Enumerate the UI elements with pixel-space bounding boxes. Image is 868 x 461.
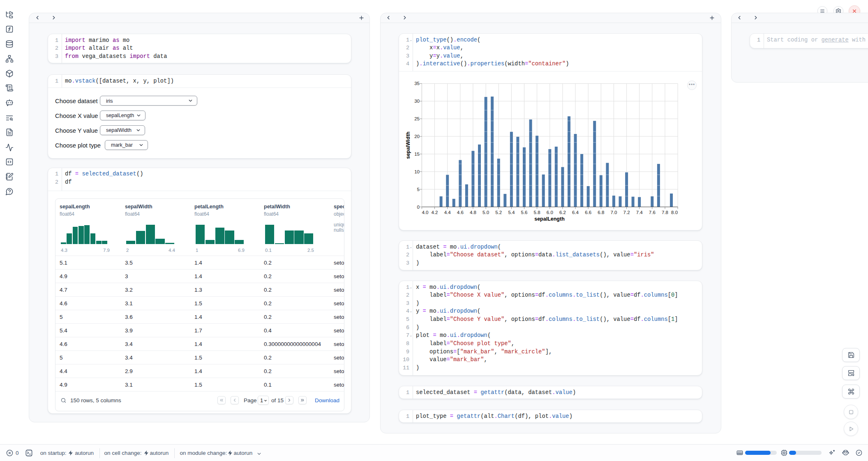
svg-text:5.8: 5.8	[534, 210, 540, 215]
svg-text:5.0: 5.0	[482, 210, 489, 215]
svg-text:0: 0	[417, 205, 420, 210]
svg-text:sepalLength: sepalLength	[534, 216, 565, 222]
svg-text:20: 20	[414, 134, 420, 139]
svg-text:4.4: 4.4	[444, 210, 451, 215]
svg-text:5.6: 5.6	[521, 210, 528, 215]
svg-text:4.8: 4.8	[470, 210, 476, 215]
svg-text:4.6: 4.6	[457, 210, 464, 215]
svg-text:4.2: 4.2	[432, 210, 438, 215]
svg-text:25: 25	[414, 116, 420, 121]
svg-text:6.0: 6.0	[547, 210, 553, 215]
svg-text:5.2: 5.2	[495, 210, 502, 215]
svg-text:7.0: 7.0	[610, 210, 617, 215]
svg-text:5: 5	[417, 187, 420, 192]
svg-text:sepalWidth: sepalWidth	[405, 131, 411, 159]
svg-text:30: 30	[414, 99, 420, 104]
svg-text:15: 15	[414, 152, 420, 157]
svg-text:5.4: 5.4	[508, 210, 515, 215]
svg-text:6.8: 6.8	[598, 210, 604, 215]
svg-text:6.4: 6.4	[572, 210, 579, 215]
svg-text:7.8: 7.8	[662, 210, 668, 215]
svg-text:6.2: 6.2	[559, 210, 566, 215]
svg-text:7.4: 7.4	[636, 210, 643, 215]
svg-text:10: 10	[414, 169, 420, 174]
svg-text:7.6: 7.6	[649, 210, 656, 215]
svg-text:4.0: 4.0	[422, 210, 428, 215]
svg-text:8.0: 8.0	[671, 210, 678, 215]
svg-text:7.2: 7.2	[623, 210, 630, 215]
svg-text:35: 35	[414, 81, 420, 86]
svg-text:6.6: 6.6	[585, 210, 591, 215]
